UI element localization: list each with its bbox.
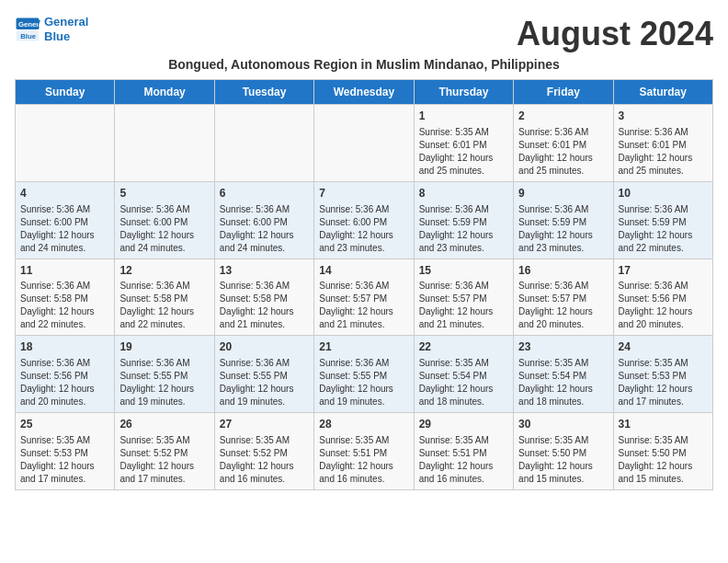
week-row-2: 4Sunrise: 5:36 AM Sunset: 6:00 PM Daylig… [16,181,713,259]
week-row-3: 11Sunrise: 5:36 AM Sunset: 5:58 PM Dayli… [16,259,713,336]
day-number: 10 [619,186,708,201]
day-number: 9 [518,186,608,201]
day-info: Sunrise: 5:36 AM Sunset: 6:00 PM Dayligh… [319,203,408,255]
day-info: Sunrise: 5:36 AM Sunset: 6:00 PM Dayligh… [20,203,109,255]
day-info: Sunrise: 5:35 AM Sunset: 5:50 PM Dayligh… [518,434,608,486]
calendar-cell: 8Sunrise: 5:36 AM Sunset: 5:59 PM Daylig… [414,181,513,259]
calendar-cell: 26Sunrise: 5:35 AM Sunset: 5:52 PM Dayli… [115,413,214,490]
day-number: 31 [619,417,708,432]
weekday-header-wednesday: Wednesday [314,80,414,105]
day-info: Sunrise: 5:36 AM Sunset: 5:59 PM Dayligh… [419,203,508,255]
week-row-1: 1Sunrise: 5:35 AM Sunset: 6:01 PM Daylig… [16,105,713,182]
day-info: Sunrise: 5:35 AM Sunset: 5:50 PM Dayligh… [619,434,708,486]
calendar-cell: 19Sunrise: 5:36 AM Sunset: 5:55 PM Dayli… [115,336,214,413]
calendar-cell: 6Sunrise: 5:36 AM Sunset: 6:00 PM Daylig… [214,181,313,259]
day-info: Sunrise: 5:35 AM Sunset: 6:01 PM Dayligh… [419,126,508,178]
day-number: 5 [119,186,209,201]
calendar-cell: 22Sunrise: 5:35 AM Sunset: 5:54 PM Dayli… [414,336,513,413]
calendar-cell: 25Sunrise: 5:35 AM Sunset: 5:53 PM Dayli… [16,413,115,490]
calendar-cell: 21Sunrise: 5:36 AM Sunset: 5:55 PM Dayli… [314,336,414,413]
day-info: Sunrise: 5:36 AM Sunset: 5:59 PM Dayligh… [518,203,608,255]
calendar-cell: 28Sunrise: 5:35 AM Sunset: 5:51 PM Dayli… [314,413,414,490]
day-info: Sunrise: 5:36 AM Sunset: 5:59 PM Dayligh… [619,203,708,255]
day-number: 4 [20,186,109,201]
day-info: Sunrise: 5:35 AM Sunset: 5:51 PM Dayligh… [419,434,508,486]
day-info: Sunrise: 5:36 AM Sunset: 6:00 PM Dayligh… [119,203,209,255]
weekday-header-thursday: Thursday [414,80,513,105]
calendar-body: 1Sunrise: 5:35 AM Sunset: 6:01 PM Daylig… [16,105,713,490]
calendar-cell: 9Sunrise: 5:36 AM Sunset: 5:59 PM Daylig… [514,181,613,259]
day-info: Sunrise: 5:36 AM Sunset: 5:57 PM Dayligh… [319,280,408,331]
day-number: 14 [319,263,408,279]
day-number: 1 [419,109,508,124]
calendar-cell: 2Sunrise: 5:36 AM Sunset: 6:01 PM Daylig… [514,105,613,182]
calendar-cell: 27Sunrise: 5:35 AM Sunset: 5:52 PM Dayli… [214,413,313,490]
day-info: Sunrise: 5:36 AM Sunset: 5:56 PM Dayligh… [20,357,109,408]
day-info: Sunrise: 5:36 AM Sunset: 5:58 PM Dayligh… [20,280,109,331]
day-number: 25 [20,417,109,432]
day-number: 20 [220,339,309,355]
day-info: Sunrise: 5:36 AM Sunset: 6:01 PM Dayligh… [518,126,608,178]
calendar-cell: 7Sunrise: 5:36 AM Sunset: 6:00 PM Daylig… [314,181,414,259]
day-info: Sunrise: 5:36 AM Sunset: 5:56 PM Dayligh… [619,280,708,331]
day-number: 29 [419,417,508,432]
day-info: Sunrise: 5:36 AM Sunset: 5:57 PM Dayligh… [518,280,608,331]
calendar-cell: 3Sunrise: 5:36 AM Sunset: 6:01 PM Daylig… [613,105,712,182]
calendar-cell: 29Sunrise: 5:35 AM Sunset: 5:51 PM Dayli… [414,413,513,490]
page-title: August 2024 [517,15,713,53]
weekday-header-sunday: Sunday [16,80,115,105]
day-number: 26 [119,417,209,432]
calendar-table: SundayMondayTuesdayWednesdayThursdayFrid… [15,79,713,490]
calendar-cell [115,105,214,182]
calendar-cell: 23Sunrise: 5:35 AM Sunset: 5:54 PM Dayli… [514,336,613,413]
weekday-header-tuesday: Tuesday [214,80,313,105]
weekday-header-saturday: Saturday [613,80,712,105]
day-number: 11 [20,263,109,279]
day-number: 30 [518,417,608,432]
calendar-cell: 18Sunrise: 5:36 AM Sunset: 5:56 PM Dayli… [16,336,115,413]
day-number: 17 [619,263,708,279]
day-number: 12 [119,263,209,279]
calendar-cell: 5Sunrise: 5:36 AM Sunset: 6:00 PM Daylig… [115,181,214,259]
day-info: Sunrise: 5:35 AM Sunset: 5:53 PM Dayligh… [20,434,109,486]
weekday-header-row: SundayMondayTuesdayWednesdayThursdayFrid… [16,80,713,105]
day-number: 19 [119,339,209,355]
day-info: Sunrise: 5:35 AM Sunset: 5:54 PM Dayligh… [518,357,608,408]
week-row-5: 25Sunrise: 5:35 AM Sunset: 5:53 PM Dayli… [16,413,713,490]
day-info: Sunrise: 5:36 AM Sunset: 5:55 PM Dayligh… [220,357,309,408]
day-number: 23 [518,339,608,355]
day-number: 15 [419,263,508,279]
day-info: Sunrise: 5:35 AM Sunset: 5:54 PM Dayligh… [419,357,508,408]
svg-text:Blue: Blue [20,32,37,40]
calendar-cell: 24Sunrise: 5:35 AM Sunset: 5:53 PM Dayli… [613,336,712,413]
weekday-header-monday: Monday [115,80,214,105]
calendar-cell: 13Sunrise: 5:36 AM Sunset: 5:58 PM Dayli… [214,259,313,336]
calendar-cell: 17Sunrise: 5:36 AM Sunset: 5:56 PM Dayli… [613,259,712,336]
page-header: General Blue General Blue August 2024 [15,15,713,53]
day-info: Sunrise: 5:35 AM Sunset: 5:52 PM Dayligh… [220,434,309,486]
day-number: 2 [518,109,608,124]
day-number: 24 [619,339,708,355]
day-number: 13 [220,263,309,279]
calendar-cell: 11Sunrise: 5:36 AM Sunset: 5:58 PM Dayli… [16,259,115,336]
day-number: 21 [319,339,408,355]
day-number: 8 [419,186,508,201]
day-number: 27 [220,417,309,432]
calendar-cell [314,105,414,182]
page-subtitle: Bongued, Autonomous Region in Muslim Min… [15,57,713,72]
day-number: 16 [518,263,608,279]
calendar-cell: 16Sunrise: 5:36 AM Sunset: 5:57 PM Dayli… [514,259,613,336]
day-number: 18 [20,339,109,355]
calendar-cell [16,105,115,182]
day-info: Sunrise: 5:36 AM Sunset: 5:57 PM Dayligh… [419,280,508,331]
day-number: 28 [319,417,408,432]
calendar-cell: 12Sunrise: 5:36 AM Sunset: 5:58 PM Dayli… [115,259,214,336]
calendar-cell: 20Sunrise: 5:36 AM Sunset: 5:55 PM Dayli… [214,336,313,413]
calendar-cell: 4Sunrise: 5:36 AM Sunset: 6:00 PM Daylig… [16,181,115,259]
day-info: Sunrise: 5:36 AM Sunset: 5:58 PM Dayligh… [119,280,209,331]
day-number: 22 [419,339,508,355]
day-info: Sunrise: 5:36 AM Sunset: 6:01 PM Dayligh… [619,126,708,178]
weekday-header-friday: Friday [514,80,613,105]
week-row-4: 18Sunrise: 5:36 AM Sunset: 5:56 PM Dayli… [16,336,713,413]
calendar-cell: 10Sunrise: 5:36 AM Sunset: 5:59 PM Dayli… [613,181,712,259]
